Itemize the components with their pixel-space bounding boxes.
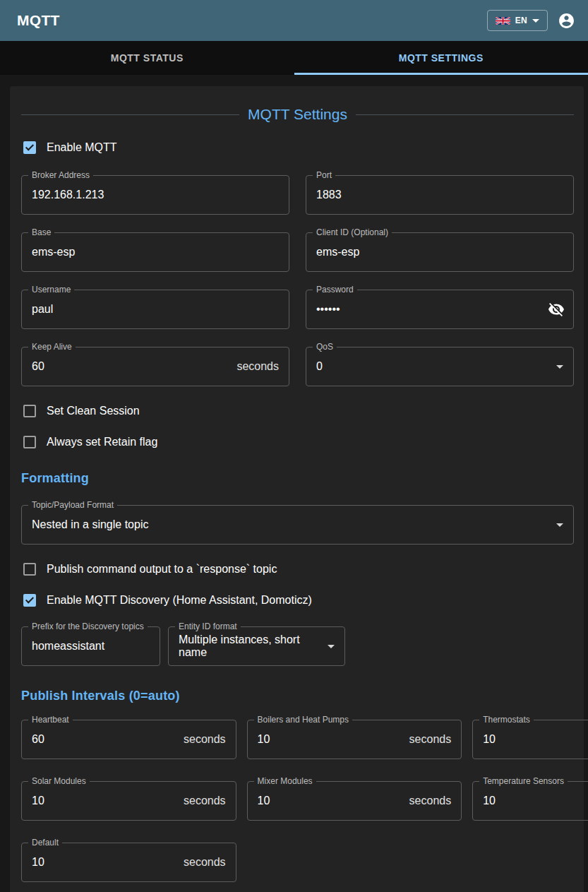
- field-label: Temperature Sensors: [479, 776, 568, 787]
- default-interval-input[interactable]: [32, 856, 178, 869]
- field-label: Password: [313, 285, 357, 295]
- field-label: Thermostats: [479, 715, 534, 725]
- language-selector[interactable]: EN: [487, 10, 548, 31]
- field-label: Mixer Modules: [254, 776, 316, 787]
- unit-adornment: seconds: [184, 795, 226, 807]
- boilers-interval-field: Boilers and Heat Pumps seconds: [247, 720, 462, 759]
- dropdown-arrow-icon: [556, 365, 563, 369]
- unit-adornment: seconds: [236, 360, 279, 373]
- broker-address-field: Broker Address: [21, 175, 289, 215]
- temperature-interval-field: Temperature Sensors seconds: [472, 781, 588, 821]
- field-label: Client ID (Optional): [313, 227, 392, 238]
- broker-address-input[interactable]: [32, 189, 279, 201]
- tab-mqtt-status[interactable]: MQTT STATUS: [0, 41, 294, 75]
- unit-adornment: seconds: [184, 856, 226, 869]
- boilers-interval-input[interactable]: [258, 733, 404, 746]
- publish-intervals-heading: Publish Intervals (0=auto): [21, 689, 574, 703]
- field-label: Broker Address: [28, 170, 93, 181]
- password-field: Password: [306, 290, 574, 329]
- tab-mqtt-settings[interactable]: MQTT SETTINGS: [294, 41, 588, 75]
- username-input[interactable]: [32, 303, 279, 316]
- checkbox-unchecked-icon: [23, 436, 36, 448]
- checkbox-label: Publish command output to a `response` t…: [47, 563, 277, 576]
- mixer-interval-field: Mixer Modules seconds: [247, 781, 462, 821]
- dropdown-arrow-icon: [328, 645, 335, 648]
- qos-select[interactable]: QoS 0: [306, 347, 574, 386]
- field-label: QoS: [313, 342, 337, 352]
- toggle-password-visibility-button[interactable]: [545, 298, 568, 321]
- discovery-prefix-field: Prefix for the Discovery topics: [21, 626, 160, 666]
- password-input[interactable]: [316, 303, 545, 316]
- divider-line: [21, 114, 239, 115]
- port-field: Port: [306, 175, 574, 215]
- field-label: Topic/Payload Format: [28, 500, 117, 511]
- thermostats-interval-input[interactable]: [483, 733, 588, 746]
- topic-format-selected-value: Nested in a single topic: [32, 518, 549, 531]
- field-label: Keep Alive: [28, 342, 76, 352]
- checkbox-unchecked-icon: [23, 563, 36, 576]
- entity-id-format-select[interactable]: Entity ID format Multiple instances, sho…: [168, 626, 345, 666]
- field-label: Prefix for the Discovery topics: [28, 622, 148, 632]
- mixer-interval-input[interactable]: [258, 795, 404, 807]
- unit-adornment: seconds: [409, 795, 452, 807]
- unit-adornment: seconds: [409, 733, 452, 746]
- field-label: Port: [313, 170, 335, 181]
- visibility-off-icon: [548, 301, 565, 318]
- checkbox-unchecked-icon: [23, 405, 36, 417]
- uk-flag-icon: [496, 17, 510, 25]
- settings-heading: MQTT Settings: [21, 106, 574, 123]
- page-body: MQTT Settings Enable MQTT Broker Address…: [0, 75, 588, 892]
- keep-alive-input[interactable]: [32, 360, 231, 373]
- checkbox-label: Set Clean Session: [47, 405, 140, 417]
- base-input[interactable]: [32, 246, 279, 258]
- qos-selected-value: 0: [316, 360, 549, 373]
- account-circle-icon: [558, 12, 575, 30]
- username-field: Username: [21, 290, 289, 329]
- client-id-input[interactable]: [316, 246, 563, 258]
- appbar-actions: EN: [487, 10, 575, 31]
- temperature-interval-input[interactable]: [483, 795, 588, 807]
- publish-intervals-grid: Heartbeat seconds Boilers and Heat Pumps…: [21, 720, 574, 882]
- keep-alive-field: Keep Alive seconds: [21, 347, 289, 386]
- base-field: Base: [21, 232, 289, 272]
- retain-flag-checkbox[interactable]: Always set Retain flag: [23, 436, 574, 448]
- heartbeat-interval-field: Heartbeat seconds: [21, 720, 236, 759]
- account-button[interactable]: [558, 12, 575, 30]
- field-label: Heartbeat: [28, 715, 73, 725]
- field-label: Solar Modules: [28, 776, 90, 787]
- active-tab-indicator: [294, 73, 588, 75]
- checkbox-label: Enable MQTT Discovery (Home Assistant, D…: [47, 594, 312, 607]
- tab-bar: MQTT STATUS MQTT SETTINGS: [0, 41, 588, 75]
- tab-label: MQTT STATUS: [111, 52, 184, 64]
- default-interval-field: Default seconds: [21, 843, 236, 882]
- divider-line: [356, 114, 574, 115]
- mqtt-discovery-checkbox[interactable]: Enable MQTT Discovery (Home Assistant, D…: [23, 594, 574, 607]
- dropdown-arrow-icon: [556, 523, 563, 527]
- heartbeat-interval-input[interactable]: [32, 733, 178, 746]
- solar-interval-field: Solar Modules seconds: [21, 781, 236, 821]
- clean-session-checkbox[interactable]: Set Clean Session: [23, 405, 574, 417]
- chevron-down-icon: [532, 19, 539, 23]
- field-label: Base: [28, 227, 54, 238]
- checkbox-checked-icon: [23, 594, 36, 607]
- port-input[interactable]: [316, 189, 563, 201]
- page-title: MQTT: [17, 12, 60, 29]
- discovery-prefix-input[interactable]: [32, 640, 150, 653]
- discovery-options: Prefix for the Discovery topics Entity I…: [21, 626, 574, 666]
- checkbox-label: Always set Retain flag: [47, 436, 157, 448]
- topic-payload-format-select[interactable]: Topic/Payload Format Nested in a single …: [21, 505, 574, 545]
- thermostats-interval-field: Thermostats seconds: [472, 720, 588, 759]
- field-label: Default: [28, 838, 62, 848]
- app-bar: MQTT EN: [0, 0, 588, 41]
- connection-fields: Broker Address Port Base Client ID (Opti…: [21, 175, 574, 386]
- enable-mqtt-checkbox[interactable]: Enable MQTT: [23, 141, 574, 154]
- settings-card: MQTT Settings Enable MQTT Broker Address…: [10, 86, 584, 892]
- field-label: Entity ID format: [175, 622, 241, 632]
- field-label: Boilers and Heat Pumps: [254, 715, 352, 725]
- unit-adornment: seconds: [184, 733, 226, 746]
- solar-interval-input[interactable]: [32, 795, 178, 807]
- response-topic-checkbox[interactable]: Publish command output to a `response` t…: [23, 563, 574, 576]
- entity-id-selected-value: Multiple instances, short name: [179, 634, 320, 659]
- language-code: EN: [515, 16, 527, 25]
- formatting-heading: Formatting: [21, 471, 574, 486]
